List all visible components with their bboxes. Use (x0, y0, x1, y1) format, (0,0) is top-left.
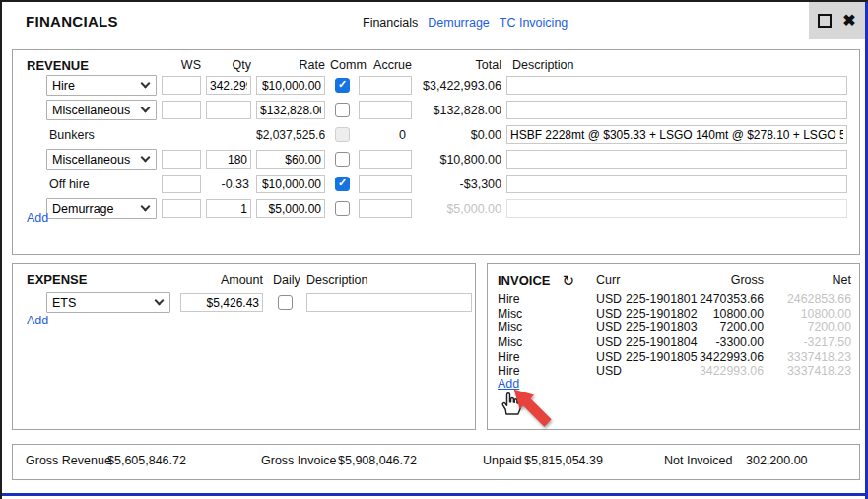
expense-row: ETS (46, 290, 475, 315)
invoice-type: Misc (498, 307, 596, 321)
rate-input[interactable] (256, 150, 325, 169)
description-input[interactable] (506, 125, 847, 144)
refresh-icon[interactable]: ↻ (562, 273, 574, 288)
revenue-title: REVENUE (27, 58, 89, 73)
invoice-type: Misc (498, 321, 596, 334)
invoice-gross: 7200.00 (700, 321, 764, 334)
tab-financials[interactable]: Financials (363, 16, 418, 30)
description-input[interactable] (306, 293, 472, 312)
description-input[interactable] (506, 175, 847, 193)
qty-value: -0.33 (206, 178, 251, 191)
comm-checkbox[interactable] (335, 78, 350, 93)
col-header-accrue: Accrue (359, 58, 412, 72)
accrue-input[interactable] (359, 76, 412, 95)
unpaid-value: $5,815,054.39 (524, 454, 603, 467)
window-controls: ✖ (809, 2, 865, 39)
accrue-input[interactable] (359, 150, 412, 169)
invoice-title: INVOICE (498, 273, 550, 288)
revenue-type-label: Bunkers (46, 128, 157, 142)
rate-input[interactable] (256, 76, 325, 95)
not-invoiced-label: Not Invoiced (664, 454, 732, 467)
revenue-row: Bunkers $2,037,525.66 0 $0.00 (46, 122, 859, 147)
col-header-curr: Curr (596, 273, 626, 287)
comm-checkbox[interactable] (335, 103, 350, 117)
expense-add-link[interactable]: Add (27, 314, 48, 327)
daily-checkbox[interactable] (278, 295, 293, 310)
revenue-type-select[interactable]: Miscellaneous (46, 149, 157, 170)
col-header-daily: Daily (273, 273, 297, 287)
col-header-rate-link[interactable]: Rate (256, 58, 325, 72)
ws-input[interactable] (162, 199, 201, 218)
description-input[interactable] (506, 199, 847, 218)
description-input[interactable] (506, 101, 847, 119)
comm-checkbox[interactable] (335, 152, 350, 167)
revenue-header-row: WS Qty Rate Comm Accrue Total Descriptio… (46, 57, 859, 73)
comm-checkbox[interactable] (335, 201, 350, 216)
tab-tc-invoicing[interactable]: TC Invoicing (500, 16, 568, 30)
maximize-icon[interactable] (818, 14, 832, 28)
comm-checkbox[interactable] (335, 177, 350, 191)
rate-value: $2,037,525.66 (256, 128, 325, 142)
invoice-row: Hire USD 3422993.06 3337418.23 (498, 364, 849, 379)
total-value: $0.00 (417, 128, 501, 142)
ws-input[interactable] (162, 76, 201, 95)
ws-input[interactable] (162, 150, 201, 169)
revenue-type-select[interactable]: Hire (46, 75, 157, 96)
rate-input[interactable] (256, 175, 325, 193)
invoice-row: Misc USD 225-1901802 10800.00 10800.00 (498, 307, 849, 321)
qty-input[interactable] (206, 199, 251, 218)
rate-input[interactable] (256, 101, 325, 119)
rate-input[interactable] (256, 199, 325, 218)
invoice-curr: USD (596, 335, 626, 349)
gross-revenue-value: $5,605,846.72 (107, 454, 186, 467)
invoice-type: Hire (498, 350, 596, 364)
qty-input[interactable] (206, 101, 251, 119)
col-header-comm: Comm (330, 58, 354, 72)
description-input[interactable] (506, 150, 847, 169)
gross-invoice-value: $5,908,046.72 (338, 454, 417, 467)
qty-input[interactable] (206, 76, 251, 95)
revenue-add-link[interactable]: Add (27, 211, 48, 225)
invoice-gross: 10800.00 (700, 307, 764, 321)
total-value: $10,800.00 (417, 153, 501, 167)
summary-bar: Gross Revenue $5,605,846.72 Gross Invoic… (12, 444, 860, 480)
description-input[interactable] (506, 76, 847, 95)
expense-type-select[interactable]: ETS (46, 292, 170, 313)
col-header-gross: Gross (700, 273, 764, 287)
tab-demurrage[interactable]: Demurrage (428, 16, 490, 30)
revenue-type-select[interactable]: Miscellaneous (46, 100, 157, 120)
invoice-net: 3337418.23 (764, 350, 851, 364)
invoice-curr: USD (596, 307, 626, 321)
invoice-header-row: INVOICE ↻ Curr Gross Net (498, 272, 849, 288)
qty-input[interactable] (206, 150, 251, 169)
invoice-curr: USD (596, 321, 626, 334)
invoice-curr: USD (596, 292, 626, 306)
accrue-input[interactable] (359, 175, 412, 193)
invoice-row: Misc USD 225-1901803 7200.00 7200.00 (498, 321, 849, 335)
ws-input[interactable] (162, 175, 201, 193)
revenue-type-select[interactable]: Demurrage (46, 198, 157, 219)
tab-bar: Financials Demurrage TC Invoicing (363, 16, 568, 30)
accrue-input[interactable] (359, 199, 412, 218)
close-icon[interactable]: ✖ (842, 13, 855, 29)
invoice-number: 225-1901805 (626, 350, 700, 364)
total-value: $3,422,993.06 (417, 79, 501, 93)
invoice-type: Misc (498, 335, 596, 349)
amount-input[interactable] (180, 293, 263, 312)
ws-input[interactable] (162, 101, 201, 119)
unpaid-label: Unpaid (483, 454, 522, 467)
invoice-number: 225-1901802 (626, 307, 700, 321)
invoice-section: INVOICE ↻ Curr Gross Net Hire USD 225-19… (487, 263, 860, 430)
revenue-row: Off hire -0.33 -$3,300 (46, 172, 859, 196)
invoice-net: 10800.00 (764, 307, 851, 321)
accrue-input[interactable] (359, 101, 412, 119)
invoice-net: -3217.50 (764, 335, 851, 349)
invoice-type: Hire (498, 292, 596, 306)
gross-revenue-label: Gross Revenue (26, 454, 111, 467)
invoice-net: 2462853.66 (764, 292, 851, 306)
invoice-net: 3337418.23 (764, 364, 851, 378)
invoice-gross: -3300.00 (700, 335, 764, 349)
window-edge-bottom (2, 493, 868, 496)
page-title: FINANCIALS (26, 13, 118, 30)
invoice-add-link[interactable]: Add (498, 377, 519, 391)
